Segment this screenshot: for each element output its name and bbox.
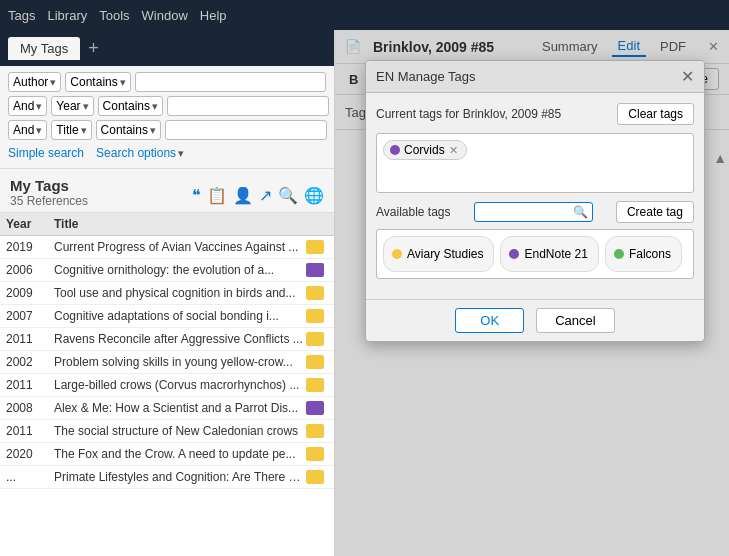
cancel-button[interactable]: Cancel bbox=[536, 308, 614, 333]
chevron-down-icon: ▾ bbox=[152, 100, 158, 113]
tag-indicator bbox=[306, 401, 324, 415]
table-row[interactable]: 2011 The social structure of New Caledon… bbox=[0, 420, 334, 443]
table-row[interactable]: 2009 Tool use and physical cognition in … bbox=[0, 282, 334, 305]
available-search-input[interactable] bbox=[479, 205, 569, 219]
chevron-down-icon: ▾ bbox=[36, 100, 42, 113]
add-ref-icon[interactable]: 📋 bbox=[207, 186, 227, 205]
available-tag-chip[interactable]: Aviary Studies bbox=[383, 236, 494, 272]
tag-indicator bbox=[306, 355, 324, 369]
add-user-icon[interactable]: 👤 bbox=[233, 186, 253, 205]
current-tags-box: Corvids ✕ bbox=[376, 133, 694, 193]
chevron-down-icon: ▾ bbox=[83, 100, 89, 113]
table-row[interactable]: 2020 The Fox and the Crow. A need to upd… bbox=[0, 443, 334, 466]
avail-tag-label: EndNote 21 bbox=[524, 247, 587, 261]
tag-indicator bbox=[306, 470, 324, 484]
table-row[interactable]: 2007 Cognitive adaptations of social bon… bbox=[0, 305, 334, 328]
available-tag-chip[interactable]: EndNote 21 bbox=[500, 236, 598, 272]
modal-close-button[interactable]: ✕ bbox=[681, 67, 694, 86]
search-area: Author ▾ Contains ▾ And ▾ Year ▾ bbox=[0, 66, 334, 169]
current-tags-row: Current tags for Brinklov, 2009 #85 Clea… bbox=[376, 103, 694, 125]
current-tag-chip: Corvids ✕ bbox=[383, 140, 467, 160]
globe-icon[interactable]: 🌐 bbox=[304, 186, 324, 205]
manage-tags-modal: EN Manage Tags ✕ Current tags for Brinkl… bbox=[365, 60, 705, 342]
tag-chip-label: Corvids bbox=[404, 143, 445, 157]
tag-color-dot bbox=[614, 249, 624, 259]
tag-indicator bbox=[306, 286, 324, 300]
cell-year: 2011 bbox=[0, 422, 48, 440]
field-select-2[interactable]: Year ▾ bbox=[51, 96, 93, 116]
search-value-1[interactable] bbox=[135, 72, 326, 92]
table-row[interactable]: 2002 Problem solving skills in young yel… bbox=[0, 351, 334, 374]
left-panel: My Tags + Author ▾ Contains ▾ And bbox=[0, 30, 335, 556]
available-tags-label: Available tags bbox=[376, 205, 451, 219]
cell-title: Problem solving skills in young yellow-c… bbox=[48, 353, 334, 371]
cell-year: 2006 bbox=[0, 261, 48, 279]
col-title[interactable]: Title bbox=[48, 215, 334, 233]
search-row-2: And ▾ Year ▾ Contains ▾ bbox=[8, 96, 326, 116]
modal-footer: OK Cancel bbox=[366, 299, 704, 341]
main-layout: My Tags + Author ▾ Contains ▾ And bbox=[0, 30, 729, 556]
tag-indicator bbox=[306, 332, 324, 346]
search-row-1: Author ▾ Contains ▾ bbox=[8, 72, 326, 92]
create-tag-button[interactable]: Create tag bbox=[616, 201, 694, 223]
chevron-down-icon: ▾ bbox=[50, 76, 56, 89]
menubar: Tags Library Tools Window Help bbox=[0, 0, 729, 30]
table-row[interactable]: ... Primate Lifestyles and Cognition: Ar… bbox=[0, 466, 334, 489]
search-icon[interactable]: 🔍 bbox=[278, 186, 298, 205]
remove-current-tag-button[interactable]: ✕ bbox=[449, 144, 458, 157]
cell-title: Ravens Reconcile after Aggressive Confli… bbox=[48, 330, 334, 348]
avail-tag-label: Falcons bbox=[629, 247, 671, 261]
add-tab-button[interactable]: + bbox=[88, 38, 99, 59]
available-search-wrap: 🔍 bbox=[474, 202, 593, 222]
table-header: Year Title bbox=[0, 213, 334, 236]
field-select-1[interactable]: Author ▾ bbox=[8, 72, 61, 92]
table-row[interactable]: 2019 Current Progress of Avian Vaccines … bbox=[0, 236, 334, 259]
available-tags-row: Available tags 🔍 Create tag bbox=[376, 201, 694, 223]
modal-overlay: EN Manage Tags ✕ Current tags for Brinkl… bbox=[335, 30, 729, 556]
cell-title: Current Progress of Avian Vaccines Again… bbox=[48, 238, 334, 256]
cell-year: 2007 bbox=[0, 307, 48, 325]
cell-year: 2008 bbox=[0, 399, 48, 417]
cell-title: The social structure of New Caledonian c… bbox=[48, 422, 334, 440]
avail-tag-label: Aviary Studies bbox=[407, 247, 483, 261]
chevron-down-icon: ▾ bbox=[120, 76, 126, 89]
operator-select-2[interactable]: Contains ▾ bbox=[98, 96, 163, 116]
ok-button[interactable]: OK bbox=[455, 308, 524, 333]
tag-indicator bbox=[306, 263, 324, 277]
available-tag-chip[interactable]: Falcons bbox=[605, 236, 682, 272]
operator-select-3[interactable]: Contains ▾ bbox=[96, 120, 161, 140]
cell-title: Large-billed crows (Corvus macrorhynchos… bbox=[48, 376, 334, 394]
connector-select-3[interactable]: And ▾ bbox=[8, 120, 47, 140]
search-value-2[interactable] bbox=[167, 96, 329, 116]
cell-year: 2002 bbox=[0, 353, 48, 371]
menu-tools[interactable]: Tools bbox=[99, 8, 129, 23]
col-year[interactable]: Year bbox=[0, 215, 48, 233]
table-row[interactable]: 2011 Large-billed crows (Corvus macrorhy… bbox=[0, 374, 334, 397]
quote-icon[interactable]: ❝ bbox=[192, 186, 201, 205]
menu-tags[interactable]: Tags bbox=[8, 8, 35, 23]
search-value-3[interactable] bbox=[165, 120, 327, 140]
menu-library[interactable]: Library bbox=[47, 8, 87, 23]
table-row[interactable]: 2011 Ravens Reconcile after Aggressive C… bbox=[0, 328, 334, 351]
table-row[interactable]: 2006 Cognitive ornithology: the evolutio… bbox=[0, 259, 334, 282]
search-options-link[interactable]: Search options ▾ bbox=[96, 146, 184, 160]
cell-year: 2019 bbox=[0, 238, 48, 256]
simple-search-link[interactable]: Simple search bbox=[8, 146, 84, 160]
tab-mytags[interactable]: My Tags bbox=[8, 37, 80, 60]
modal-body: Current tags for Brinklov, 2009 #85 Clea… bbox=[366, 93, 704, 299]
table-row[interactable]: 2008 Alex & Me: How a Scientist and a Pa… bbox=[0, 397, 334, 420]
ref-table: Year Title 2019 Current Progress of Avia… bbox=[0, 213, 334, 556]
menu-help[interactable]: Help bbox=[200, 8, 227, 23]
operator-select-1[interactable]: Contains ▾ bbox=[65, 72, 130, 92]
tag-indicator bbox=[306, 309, 324, 323]
field-select-3[interactable]: Title ▾ bbox=[51, 120, 91, 140]
cell-title: The Fox and the Crow. A need to update p… bbox=[48, 445, 334, 463]
tag-color-dot bbox=[509, 249, 519, 259]
modal-titlebar: EN Manage Tags ✕ bbox=[366, 61, 704, 93]
cell-year: ... bbox=[0, 468, 48, 486]
connector-select-2[interactable]: And ▾ bbox=[8, 96, 47, 116]
clear-tags-button[interactable]: Clear tags bbox=[617, 103, 694, 125]
chevron-down-icon: ▾ bbox=[81, 124, 87, 137]
menu-window[interactable]: Window bbox=[142, 8, 188, 23]
export-icon[interactable]: ↗ bbox=[259, 186, 272, 205]
